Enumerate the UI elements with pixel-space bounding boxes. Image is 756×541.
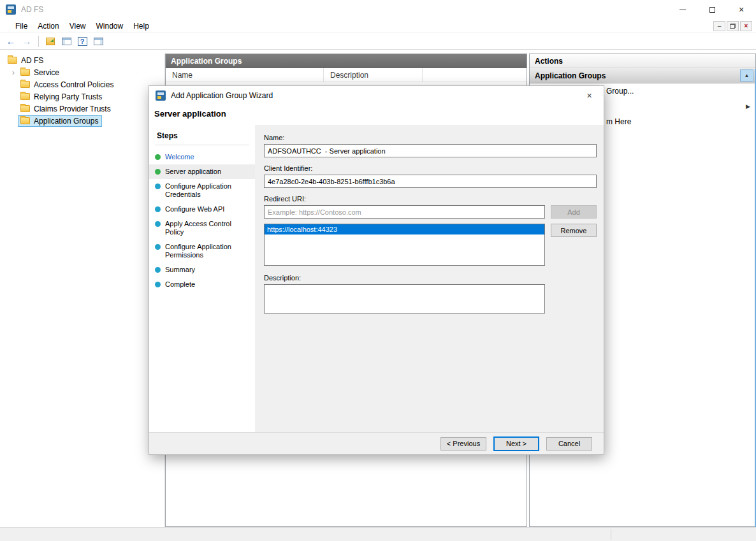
description-label: Description: [264, 274, 597, 282]
add-button[interactable]: Add [551, 205, 597, 219]
wizard-step-configure-application-credentials[interactable]: Configure Application Credentials [149, 179, 255, 202]
status-bar [0, 527, 756, 541]
wizard-step-configure-web-api[interactable]: Configure Web API [149, 202, 255, 217]
tree-item-label: Service [34, 68, 59, 77]
step-pending-icon [155, 206, 161, 212]
tree-item-service[interactable]: › Service [0, 66, 164, 78]
menu-item-window[interactable]: Window [91, 22, 129, 31]
step-done-icon [155, 154, 161, 160]
action-item-label: Group... [606, 87, 634, 96]
action-pane-icon [94, 38, 103, 45]
cancel-button[interactable]: Cancel [546, 437, 592, 451]
console-tree-toggle-button[interactable] [59, 35, 73, 48]
remove-button[interactable]: Remove [551, 224, 597, 237]
window-titlebar: AD FS × [0, 0, 756, 19]
wizard-step-complete[interactable]: Complete [149, 277, 255, 292]
wizard-app-icon [156, 90, 166, 101]
child-restore-button[interactable] [727, 21, 739, 31]
tree-item-label: Claims Provider Trusts [34, 105, 111, 113]
wizard-title: Add Application Group Wizard [171, 91, 273, 100]
redirect-uri-input[interactable] [264, 205, 545, 219]
expand-chevron-icon[interactable]: › [9, 68, 18, 76]
folder-icon [20, 117, 30, 124]
column-header-name[interactable]: Name [166, 68, 324, 82]
actions-collapse-button[interactable]: ▲ [740, 69, 753, 82]
list-pane-header: Application Groups [166, 54, 527, 68]
chevron-up-icon: ▲ [745, 73, 750, 78]
previous-button[interactable]: < Previous [440, 437, 486, 451]
redirect-uri-label: Redirect URI: [264, 195, 597, 203]
actions-group-label: Application Groups [535, 71, 606, 80]
toolbar: ← → ? [0, 33, 756, 50]
client-identifier-label: Client Identifier: [264, 164, 597, 172]
child-close-button[interactable]: × [740, 21, 752, 31]
step-label: Summary [165, 266, 195, 274]
column-header-spacer [423, 68, 527, 82]
menu-bar: File Action View Window Help – × [0, 19, 756, 33]
tree-item-adfs-root[interactable]: AD FS [0, 54, 164, 66]
wizard-footer: < Previous Next > Cancel [149, 432, 604, 454]
step-label: Configure Web API [165, 205, 224, 213]
child-minimize-button[interactable]: – [713, 21, 725, 31]
actions-pane-title: Actions [530, 54, 755, 68]
window-minimize-button[interactable] [668, 0, 697, 19]
menu-item-help[interactable]: Help [128, 22, 154, 31]
step-pending-icon [155, 282, 161, 287]
wizard-step-server-application[interactable]: Server application [149, 164, 255, 179]
help-button[interactable]: ? [75, 35, 89, 48]
list-column-headers: Name Description [166, 68, 527, 82]
export-list-icon [46, 38, 55, 45]
help-icon: ? [78, 37, 87, 46]
wizard-step-summary[interactable]: Summary [149, 263, 255, 277]
wizard-step-configure-application-permissions[interactable]: Configure Application Permissions [149, 240, 255, 263]
redirect-uri-list-item[interactable]: https://localhost:44323 [265, 224, 544, 234]
tree-item-label: Access Control Policies [34, 80, 113, 89]
step-label: Configure Application Permissions [165, 243, 251, 259]
wizard-titlebar: Add Application Group Wizard × [149, 86, 604, 105]
action-pane-toggle-button[interactable] [91, 35, 105, 48]
step-label: Configure Application Credentials [165, 182, 251, 199]
wizard-step-welcome[interactable]: Welcome [149, 150, 255, 164]
add-application-group-wizard-dialog: Add Application Group Wizard × Server ap… [149, 85, 604, 455]
close-icon: × [739, 5, 744, 14]
menu-item-action[interactable]: Action [33, 22, 64, 31]
folder-icon [20, 69, 30, 76]
submenu-arrow-icon: ▶ [746, 99, 750, 114]
tree-item-relying-party-trusts[interactable]: Relying Party Trusts [0, 90, 164, 103]
close-icon: × [586, 90, 592, 101]
tree-item-label: Application Groups [34, 117, 98, 126]
step-label: Welcome [165, 153, 194, 161]
menu-item-view[interactable]: View [64, 22, 91, 31]
tree-item-claims-provider-trusts[interactable]: Claims Provider Trusts [0, 103, 164, 115]
name-input[interactable] [264, 144, 597, 157]
column-header-description[interactable]: Description [324, 68, 423, 82]
next-button[interactable]: Next > [493, 436, 539, 451]
toolbar-separator [38, 36, 39, 47]
window-close-button[interactable]: × [727, 0, 756, 19]
export-list-button[interactable] [43, 35, 57, 48]
step-label: Server application [165, 168, 221, 176]
step-pending-icon [155, 244, 161, 250]
redirect-uri-list[interactable]: https://localhost:44323 [264, 224, 545, 266]
client-identifier-input[interactable] [264, 175, 597, 188]
child-window-controls: – × [713, 21, 752, 31]
action-item-label: m Here [606, 117, 631, 126]
window-maximize-button[interactable] [697, 0, 727, 19]
back-button[interactable]: ← [4, 35, 18, 48]
folder-icon [8, 57, 17, 64]
wizard-close-button[interactable]: × [575, 86, 604, 105]
forward-arrow-icon: → [22, 36, 32, 47]
tree-item-application-groups[interactable]: Application Groups [0, 115, 164, 127]
wizard-form-area: Name: Client Identifier: Redirect URI: A… [255, 125, 604, 432]
forward-button[interactable]: → [20, 35, 34, 48]
wizard-steps-panel: Steps Welcome Server application Configu… [149, 125, 255, 432]
wizard-step-apply-access-control-policy[interactable]: Apply Access Control Policy [149, 217, 255, 240]
window-controls: × [668, 0, 756, 19]
menu-item-file[interactable]: File [10, 22, 33, 31]
description-textarea[interactable] [264, 284, 545, 314]
step-label: Apply Access Control Policy [165, 220, 251, 236]
folder-icon [20, 81, 30, 88]
tree-item-access-control-policies[interactable]: Access Control Policies [0, 78, 164, 90]
wizard-body: Steps Welcome Server application Configu… [149, 125, 604, 432]
folder-icon [20, 105, 30, 112]
